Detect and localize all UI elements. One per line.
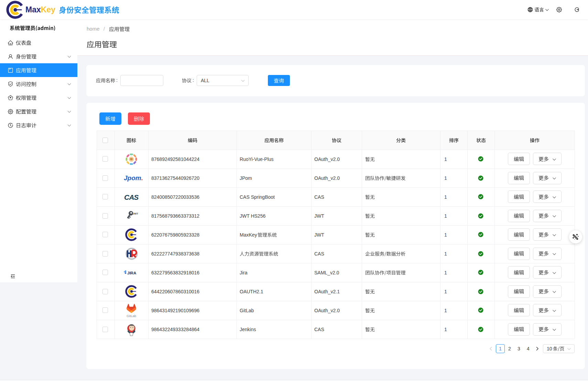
svg-text:GitLab: GitLab — [127, 314, 136, 317]
svg-text:JIRA: JIRA — [127, 271, 136, 275]
svg-text:JWT: JWT — [133, 212, 138, 215]
